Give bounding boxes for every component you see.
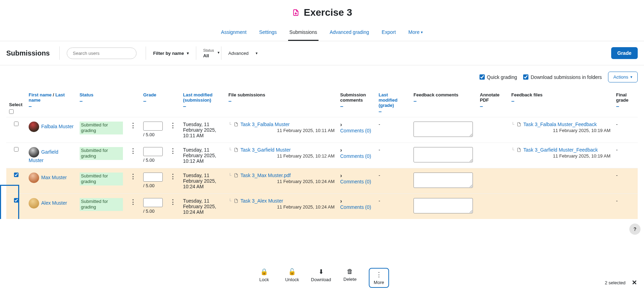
row-menu-button[interactable]: ⋮	[129, 122, 138, 129]
submission-file-link[interactable]: Task 3_Alex Muster	[241, 198, 283, 204]
tabs: AssignmentSettingsSubmissionsAdvanced gr…	[0, 26, 644, 41]
tree-icon: └	[228, 122, 232, 127]
quick-grading-input[interactable]	[480, 74, 485, 80]
options-row: Quick grading Download submissions in fo…	[0, 65, 644, 89]
expand-comments-icon[interactable]: ›	[340, 122, 342, 128]
status-filter-dropdown[interactable]: Status All ▾	[196, 48, 221, 58]
chevron-down-icon: ▾	[421, 30, 423, 35]
avatar	[29, 198, 39, 209]
submissions-title: Submissions	[6, 49, 50, 57]
comments-link[interactable]: Comments (0)	[340, 204, 373, 210]
row-select-checkbox[interactable]	[14, 147, 19, 152]
col-name[interactable]: First name / Last name –	[26, 89, 77, 117]
filters-bar: Submissions Filter by name ▾ Status All …	[0, 41, 644, 65]
submission-file-link[interactable]: Task 3_Garfield Muster	[241, 147, 291, 153]
comments-link[interactable]: Comments (0)	[340, 128, 373, 133]
feedback-file-link[interactable]: Task 3_Garfield Muster_Feedback	[524, 147, 598, 153]
collapse-icon[interactable]: –	[480, 103, 506, 110]
tab-export[interactable]: Export	[380, 26, 397, 41]
col-status[interactable]: Status –	[77, 89, 126, 117]
submission-file-date: 11 February 2025, 10:24 AM	[228, 204, 335, 210]
avatar	[29, 173, 39, 183]
grade-input[interactable]	[143, 173, 163, 182]
collapse-icon[interactable]: –	[228, 98, 335, 104]
expand-comments-icon[interactable]: ›	[340, 173, 342, 179]
final-grade: -	[616, 147, 618, 153]
submission-date: Tuesday, 11 February 2025, 10:11 AM	[183, 122, 216, 138]
sort-last-mod-grade[interactable]: Last modified (grade)	[379, 92, 397, 108]
submission-file-link[interactable]: Task 3_Max Muster.pdf	[241, 173, 291, 178]
col-grade[interactable]: Grade –	[140, 89, 166, 117]
comments-link[interactable]: Comments (0)	[340, 179, 373, 184]
tab-settings[interactable]: Settings	[258, 26, 278, 41]
advanced-filter-dropdown[interactable]: Advanced ▾	[221, 49, 265, 57]
status-badge: Submitted for grading	[80, 173, 123, 185]
collapse-icon[interactable]: –	[143, 98, 163, 104]
page-header: Exercise 3 AssignmentSettingsSubmissions…	[0, 0, 644, 41]
download-folders-checkbox[interactable]: Download submissions in folders	[523, 74, 602, 80]
feedback-comments-input[interactable]	[414, 173, 473, 188]
final-grade: -	[616, 122, 618, 127]
grade-input[interactable]	[143, 147, 163, 156]
tab-advanced-grading[interactable]: Advanced grading	[328, 26, 371, 41]
actions-button[interactable]: Actions ▾	[608, 72, 638, 82]
feedback-file-link[interactable]: Task 3_Falbala Muster_Feedback	[524, 122, 597, 127]
collapse-icon[interactable]: –	[379, 109, 408, 115]
row-menu-button[interactable]: ⋮	[168, 198, 177, 205]
sort-last-mod-submission[interactable]: Last modified (submission)	[183, 92, 213, 103]
row-menu-button[interactable]: ⋮	[129, 198, 138, 205]
last-mod-grade: -	[379, 147, 380, 153]
col-annotate-pdf: Annotate PDF –	[477, 89, 508, 117]
submission-file-link[interactable]: Task 3_Falbala Muster	[241, 122, 290, 127]
feedback-comments-input[interactable]	[414, 198, 473, 213]
collapse-icon[interactable]: –	[511, 98, 610, 104]
quick-grading-checkbox[interactable]: Quick grading	[480, 74, 517, 80]
row-menu-button[interactable]: ⋮	[168, 122, 177, 129]
grade-max: / 5.00	[143, 132, 163, 137]
collapse-icon[interactable]: –	[80, 98, 123, 104]
row-menu-button[interactable]: ⋮	[129, 147, 138, 154]
tab-more[interactable]: More▾	[407, 26, 424, 41]
user-name-link[interactable]: Alex Muster	[41, 200, 67, 206]
collapse-icon[interactable]: –	[414, 98, 474, 104]
feedback-comments-input[interactable]	[414, 147, 473, 162]
collapse-icon[interactable]: –	[616, 103, 635, 110]
filter-by-name-dropdown[interactable]: Filter by name ▾	[146, 49, 196, 57]
grade-input[interactable]	[143, 122, 163, 131]
search-input[interactable]	[67, 48, 137, 59]
tree-icon: └	[228, 198, 232, 203]
row-menu-button[interactable]: ⋮	[168, 173, 177, 180]
sort-status[interactable]: Status	[80, 92, 94, 97]
user-name-link[interactable]: Falbala Muster	[41, 124, 74, 129]
col-last-mod-submission[interactable]: Last modified (submission) –	[180, 89, 226, 117]
col-last-mod-grade[interactable]: Last modified (grade) –	[376, 89, 411, 117]
tab-assignment[interactable]: Assignment	[220, 26, 248, 41]
comments-link[interactable]: Comments (0)	[340, 153, 373, 159]
table-row: Falbala MusterSubmitted for grading⋮/ 5.…	[6, 117, 638, 143]
file-icon	[234, 147, 239, 152]
sort-grade[interactable]: Grade	[143, 92, 156, 97]
tab-submissions[interactable]: Submissions	[288, 26, 319, 41]
row-select-checkbox[interactable]	[14, 173, 19, 177]
submission-file-date: 11 February 2025, 10:24 AM	[228, 179, 335, 184]
row-menu-button[interactable]: ⋮	[168, 147, 177, 154]
user-name-link[interactable]: Max Muster	[41, 175, 67, 180]
row-select-checkbox[interactable]	[14, 198, 19, 203]
expand-comments-icon[interactable]: ›	[340, 147, 342, 153]
submission-date: Tuesday, 11 February 2025, 10:24 AM	[183, 173, 216, 189]
tree-icon: └	[228, 147, 232, 152]
sort-first-name[interactable]: First name	[29, 92, 52, 97]
collapse-icon[interactable]: –	[183, 103, 223, 110]
row-menu-button[interactable]: ⋮	[129, 173, 138, 180]
grade-button[interactable]: Grade	[611, 47, 638, 59]
collapse-icon[interactable]: –	[340, 103, 373, 110]
feedback-comments-input[interactable]	[414, 122, 473, 137]
submission-date: Tuesday, 11 February 2025, 10:24 AM	[183, 198, 216, 215]
row-select-checkbox[interactable]	[14, 122, 19, 126]
download-folders-input[interactable]	[523, 74, 528, 80]
col-final-grade: Final grade –	[613, 89, 638, 117]
grade-input[interactable]	[143, 198, 163, 207]
select-all-checkbox[interactable]	[9, 109, 14, 114]
collapse-icon[interactable]: –	[29, 103, 74, 110]
expand-comments-icon[interactable]: ›	[340, 198, 342, 204]
